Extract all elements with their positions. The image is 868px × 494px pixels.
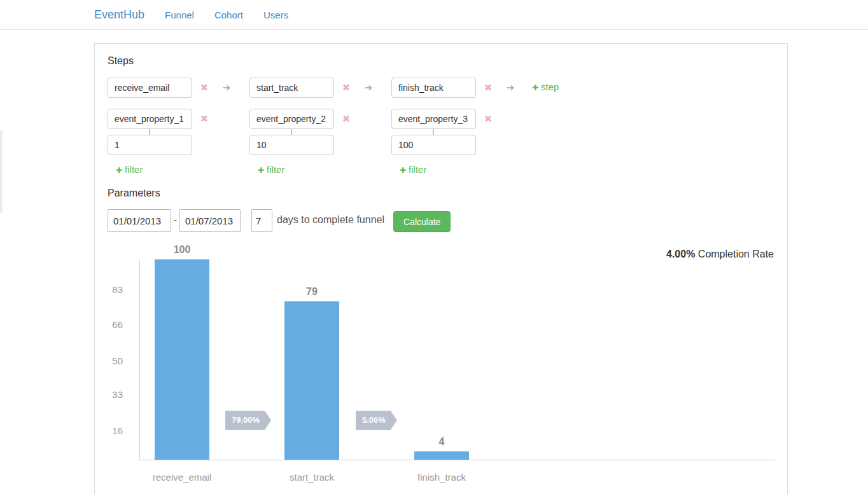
plus-icon: ✚ <box>258 166 264 175</box>
bar-fill <box>284 301 339 460</box>
add-filter-label: filter <box>409 164 426 175</box>
property-value-input[interactable] <box>391 135 476 155</box>
add-step-label: step <box>541 81 559 92</box>
step-event-input[interactable] <box>391 78 476 98</box>
brand-eventhub[interactable]: EventHub <box>94 8 144 22</box>
add-filter-button[interactable]: ✚filter <box>258 164 284 175</box>
end-date-input[interactable] <box>179 209 241 232</box>
plus-icon: ✚ <box>116 166 122 175</box>
days-to-complete-label: days to complete funnel <box>277 214 384 226</box>
property-connector <box>291 129 292 135</box>
bar-fill <box>155 259 209 460</box>
funnel-card: Steps ✖ ➔ ✖ ✚filter ✖ ➔ ✖ ✚filter ✖ <box>94 43 788 494</box>
bar-value-label: 100 <box>155 244 209 256</box>
property-name-input[interactable] <box>391 109 476 129</box>
bar-start-track: 79 <box>284 301 339 460</box>
bar-fill <box>414 451 469 460</box>
step-event-input[interactable] <box>249 78 334 98</box>
arrow-right-icon: ➔ <box>505 82 516 93</box>
days-input[interactable] <box>251 209 272 232</box>
property-value-input[interactable] <box>249 135 334 155</box>
plus-icon: ✚ <box>532 83 538 92</box>
remove-step-icon[interactable]: ✖ <box>482 82 494 93</box>
remove-filter-icon[interactable]: ✖ <box>482 113 494 125</box>
conversion-rate-chip: 79.00% <box>225 411 271 430</box>
add-filter-button[interactable]: ✚filter <box>116 164 143 175</box>
calculate-button[interactable]: Calculate <box>393 211 451 232</box>
steps-heading: Steps <box>108 55 134 67</box>
property-value-input[interactable] <box>108 135 192 155</box>
nav-item-users[interactable]: Users <box>263 10 288 20</box>
plus-icon: ✚ <box>400 166 406 175</box>
conversion-rate-chip: 5.06% <box>356 411 397 430</box>
x-axis-label: finish_track <box>403 472 480 483</box>
x-axis-label: start_track <box>274 472 350 483</box>
date-range-separator: - <box>174 214 177 225</box>
start-date-input[interactable] <box>108 209 171 232</box>
y-axis-tick: 16 <box>95 425 123 437</box>
step-column-3: ✖ ➔ ✚step ✖ ✚filter <box>391 78 570 198</box>
bar-value-label: 79 <box>284 286 339 298</box>
property-name-input[interactable] <box>108 109 192 129</box>
remove-filter-icon[interactable]: ✖ <box>199 113 210 125</box>
y-axis-tick: 33 <box>95 389 123 401</box>
property-connector <box>149 129 150 135</box>
step-event-input[interactable] <box>108 78 192 98</box>
y-axis-tick: 50 <box>95 355 123 367</box>
parameters-heading: Parameters <box>108 188 160 199</box>
bar-finish-track: 4 <box>414 451 469 460</box>
top-navbar: EventHub Funnel Cohort Users <box>0 0 868 30</box>
property-connector <box>433 129 434 135</box>
bar-value-label: 4 <box>414 436 469 448</box>
page: EventHub Funnel Cohort Users Steps ✖ ➔ ✖… <box>0 0 868 494</box>
remove-step-icon[interactable]: ✖ <box>340 82 352 93</box>
nav-item-funnel[interactable]: Funnel <box>165 10 194 20</box>
bar-receive-email: 100 <box>155 259 209 460</box>
completion-rate-label: Completion Rate <box>698 249 774 259</box>
add-filter-label: filter <box>125 164 143 175</box>
x-axis-label: receive_email <box>144 472 220 483</box>
y-axis-tick: 83 <box>95 284 123 296</box>
add-filter-label: filter <box>267 164 284 175</box>
nav-item-cohort[interactable]: Cohort <box>214 10 243 20</box>
property-name-input[interactable] <box>249 109 334 129</box>
completion-rate-value: 4.00% <box>666 249 695 259</box>
completion-rate: 4.00% Completion Rate <box>666 249 774 260</box>
remove-filter-icon[interactable]: ✖ <box>340 113 352 125</box>
arrow-right-icon: ➔ <box>221 82 232 93</box>
arrow-right-icon: ➔ <box>363 82 374 93</box>
remove-step-icon[interactable]: ✖ <box>199 82 210 93</box>
left-edge-panel-shadow <box>0 130 4 213</box>
add-step-button[interactable]: ✚step <box>532 81 559 92</box>
y-axis-tick: 66 <box>95 319 123 331</box>
add-filter-button[interactable]: ✚filter <box>400 164 426 175</box>
funnel-chart: 83 66 50 33 16 100 79 4 79.00% 5.06% rec… <box>139 260 775 460</box>
